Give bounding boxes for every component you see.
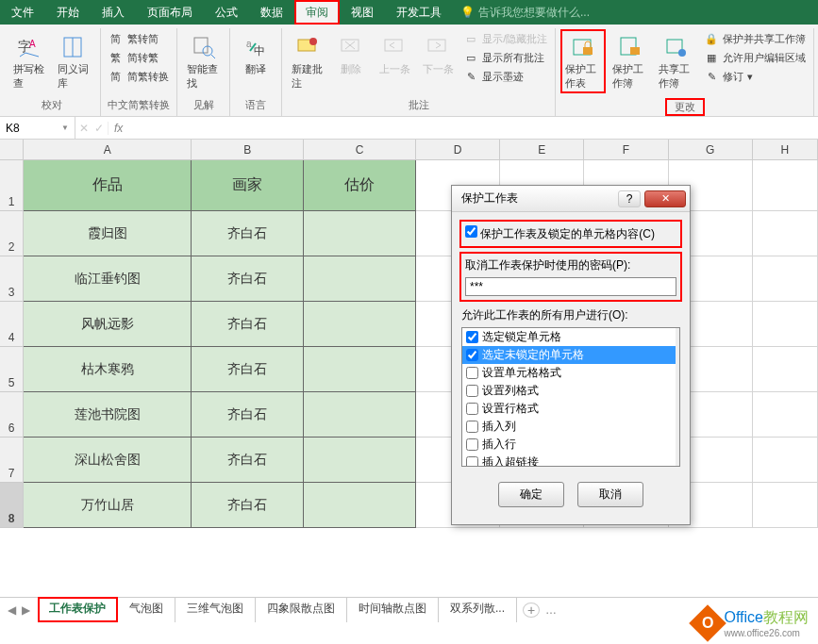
tab-developer[interactable]: 开发工具 [385, 0, 453, 25]
tab-review[interactable]: 审阅 [294, 0, 340, 25]
show-ink-button[interactable]: ✎显示墨迹 [461, 68, 549, 85]
lookup-button[interactable]: 智能查找 [183, 30, 224, 92]
sheet-tab[interactable]: 气泡图 [118, 597, 175, 622]
spell-check-button[interactable]: 字A 拼写检查 [9, 30, 50, 92]
trad-button[interactable]: 繁简转繁 [107, 49, 171, 66]
name-box[interactable]: K8 ▼ [0, 117, 75, 139]
col-header-D[interactable]: D [416, 140, 500, 160]
row-header[interactable]: 8 [0, 483, 24, 528]
cell[interactable]: 枯木寒鸦 [24, 347, 192, 392]
help-button[interactable]: ? [618, 190, 641, 207]
col-header-G[interactable]: G [669, 140, 753, 160]
row-header[interactable]: 5 [0, 347, 24, 392]
permission-item[interactable]: 插入列 [462, 418, 679, 436]
cell[interactable]: 画家 [192, 160, 304, 211]
allow-edit-button[interactable]: ▦允许用户编辑区域 [702, 49, 808, 66]
nav-next-icon[interactable]: ▶ [22, 603, 30, 617]
cell[interactable] [753, 160, 818, 211]
sheet-tab[interactable]: 工作表保护 [38, 597, 118, 622]
close-button[interactable]: ✕ [644, 190, 686, 207]
fx-icon[interactable]: fx [108, 122, 128, 135]
row-header[interactable]: 6 [0, 392, 24, 438]
next-comment-button[interactable]: 下一条 [418, 30, 458, 78]
col-header-H[interactable]: H [753, 140, 818, 160]
permissions-listbox[interactable]: 选定锁定单元格选定未锁定的单元格设置单元格格式设置列格式设置行格式插入列插入行插… [461, 327, 680, 467]
prev-comment-button[interactable]: 上一条 [375, 30, 414, 78]
tab-view[interactable]: 视图 [340, 0, 385, 25]
sheet-tab[interactable]: 四象限散点图 [256, 597, 347, 622]
cell[interactable]: 齐白石 [192, 302, 304, 347]
col-header-A[interactable]: A [24, 140, 192, 160]
row-header[interactable]: 4 [0, 302, 24, 347]
cell[interactable]: 齐白石 [192, 438, 304, 483]
cell[interactable]: 齐白石 [192, 347, 304, 392]
add-sheet-button[interactable]: + [523, 603, 540, 618]
simp-button[interactable]: 简繁转简 [107, 30, 171, 47]
cell[interactable]: 齐白石 [192, 483, 304, 528]
cell[interactable] [304, 392, 416, 438]
col-header-F[interactable]: F [584, 140, 668, 160]
more-sheets[interactable]: … [545, 603, 557, 617]
permission-item[interactable]: 设置单元格格式 [462, 364, 679, 382]
permission-item[interactable]: 插入行 [462, 436, 679, 454]
new-comment-button[interactable]: 新建批注 [288, 30, 327, 92]
select-all[interactable] [0, 140, 24, 160]
cell[interactable] [304, 211, 416, 256]
cell[interactable]: 齐白石 [192, 211, 304, 256]
tab-home[interactable]: 开始 [45, 0, 91, 25]
permission-item[interactable]: 设置行格式 [462, 400, 679, 418]
col-header-E[interactable]: E [500, 140, 584, 160]
delete-comment-button[interactable]: 删除 [331, 30, 371, 78]
cell[interactable]: 莲池书院图 [24, 392, 192, 438]
show-hide-comment-button[interactable]: ▭显示/隐藏批注 [461, 30, 549, 47]
cell[interactable]: 霞归图 [24, 211, 192, 256]
cell[interactable]: 齐白石 [192, 392, 304, 438]
tab-layout[interactable]: 页面布局 [136, 0, 204, 25]
permission-item[interactable]: 设置列格式 [462, 382, 679, 400]
cell[interactable] [304, 483, 416, 528]
cell[interactable]: 临江垂钓图 [24, 256, 192, 302]
dropdown-icon[interactable]: ▼ [61, 124, 69, 132]
permission-item[interactable]: 选定锁定单元格 [462, 328, 679, 346]
row-header[interactable]: 1 [0, 160, 24, 211]
cell[interactable]: 万竹山居 [24, 483, 192, 528]
cell[interactable]: 作品 [24, 160, 192, 211]
cell[interactable] [304, 302, 416, 347]
thesaurus-button[interactable]: 同义词库 [54, 30, 94, 92]
track-changes-button[interactable]: ✎修订 ▾ [702, 68, 808, 85]
sheet-tab[interactable]: 三维气泡图 [175, 597, 256, 622]
cell[interactable]: 深山松舍图 [24, 438, 192, 483]
permission-item[interactable]: 选定未锁定的单元格 [462, 346, 679, 364]
ok-button[interactable]: 确定 [498, 482, 564, 507]
col-header-C[interactable]: C [304, 140, 416, 160]
nav-prev-icon[interactable]: ◀ [8, 603, 16, 617]
protect-sheet-button[interactable]: 保护工作表 [561, 30, 605, 92]
show-all-comments-button[interactable]: ▭显示所有批注 [461, 49, 549, 66]
cancel-button[interactable]: 取消 [577, 482, 643, 507]
cell[interactable] [304, 347, 416, 392]
share-workbook-button[interactable]: 共享工作簿 [655, 30, 698, 92]
protect-share-button[interactable]: 🔒保护并共享工作簿 [702, 30, 808, 47]
translate-button[interactable]: a中 翻译 [236, 30, 275, 78]
sheet-tab[interactable]: 时间轴散点图 [347, 597, 439, 622]
col-header-B[interactable]: B [192, 140, 304, 160]
tab-data[interactable]: 数据 [249, 0, 294, 25]
cell[interactable]: 风帆远影 [24, 302, 192, 347]
sheet-tab[interactable]: 双系列散... [439, 597, 517, 622]
permission-item[interactable]: 插入超链接 [462, 454, 679, 467]
tab-file[interactable]: 文件 [0, 0, 45, 25]
dialog-titlebar[interactable]: 保护工作表 ? ✕ [452, 186, 690, 212]
protect-workbook-button[interactable]: 保护工作簿 [609, 30, 652, 92]
tab-insert[interactable]: 插入 [91, 0, 136, 25]
cell[interactable] [753, 347, 818, 392]
tell-me[interactable]: 💡 告诉我您想要做什么... [460, 5, 590, 21]
cell[interactable] [753, 302, 818, 347]
row-header[interactable]: 2 [0, 211, 24, 256]
cell[interactable] [753, 211, 818, 256]
cell[interactable] [753, 392, 818, 438]
cell[interactable]: 估价 [304, 160, 416, 211]
cell[interactable] [753, 483, 818, 528]
sheet-nav[interactable]: ◀ ▶ [0, 603, 38, 617]
cell[interactable] [753, 256, 818, 302]
scrollbar[interactable] [676, 328, 679, 466]
